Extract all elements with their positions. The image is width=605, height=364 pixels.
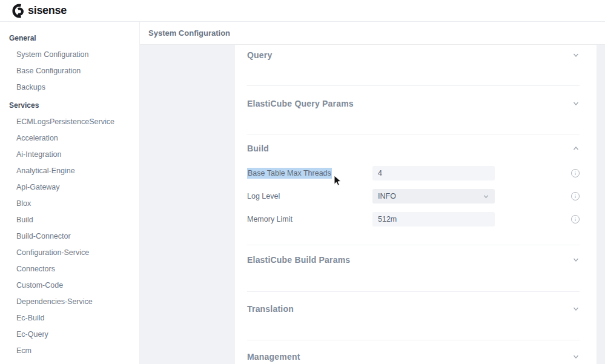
page-title: System Configuration [148,28,230,38]
app-window: sisense General System Configuration Bas… [0,0,605,364]
section-build-title: Build [247,144,269,153]
log-level-value: INFO [378,192,396,200]
memory-limit-input[interactable] [372,212,495,227]
sidebar-item-analytical-engine[interactable]: Analytical-Engine [0,163,139,179]
sidebar-item-ecm[interactable]: Ecm [0,343,139,359]
field-label: Log Level [247,192,372,200]
sidebar-item-build-connector[interactable]: Build-Connector [0,228,139,245]
sidebar-item-custom-code[interactable]: Custom-Code [0,277,139,294]
info-icon[interactable] [571,192,580,200]
field-row-memory-limit: Memory Limit [247,212,580,227]
section-translation-header[interactable]: Translation [247,292,580,314]
chevron-down-icon[interactable] [572,51,580,59]
section-elasticube-query-params-title: ElastiCube Query Params [247,99,354,108]
scrollbar[interactable] [597,45,605,364]
chevron-down-icon [483,193,489,200]
section-elasticube-build-params: ElastiCube Build Params [247,245,580,292]
sidebar-item-ecmlogspersistenceservice[interactable]: ECMLogsPersistenceService [0,114,139,130]
top-bar: sisense [0,0,605,22]
sidebar-item-api-gateway[interactable]: Api-Gateway [0,179,139,196]
section-management-header[interactable]: Management [247,340,580,362]
chevron-down-icon[interactable] [572,256,580,263]
settings-card: Query ElastiCube Query Params [235,45,597,364]
page-header: System Configuration [140,22,605,45]
field-label: Base Table Max Threads [247,169,372,177]
sidebar-item-build[interactable]: Build [0,212,139,228]
sidebar-item-base-configuration[interactable]: Base Configuration [0,63,139,79]
section-translation-title: Translation [247,304,294,314]
sisense-logo[interactable]: sisense [10,4,67,18]
log-level-select[interactable]: INFO [372,189,495,204]
section-query-header[interactable]: Query [247,45,580,60]
sidebar-item-ec-build[interactable]: Ec-Build [0,310,139,326]
section-translation: Translation [247,292,580,340]
sidebar-item-ai-integration[interactable]: Ai-Integration [0,147,139,163]
section-query-title: Query [247,50,272,60]
selected-text: Base Table Max Threads [247,168,332,179]
sidebar: General System Configuration Base Config… [0,22,140,364]
section-elasticube-build-params-title: ElastiCube Build Params [247,255,350,265]
left-gutter-panel [140,45,235,364]
section-build: Build Base Table Max Threads [247,134,580,245]
chevron-down-icon[interactable] [572,353,580,360]
sidebar-item-system-configuration[interactable]: System Configuration [0,47,139,63]
content-area: Query ElastiCube Query Params [140,45,605,364]
sidebar-item-dependencies-service[interactable]: Dependencies-Service [0,294,139,310]
section-elasticube-query-params: ElastiCube Query Params [247,86,580,134]
sidebar-item-configuration-service[interactable]: Configuration-Service [0,245,139,261]
section-management-title: Management [247,352,300,362]
main-area: System Configuration Query [140,22,605,364]
field-row-log-level: Log Level INFO [247,189,580,204]
sisense-logo-icon [10,4,25,18]
section-elasticube-build-params-header[interactable]: ElastiCube Build Params [247,245,580,265]
section-management: Management [247,340,580,364]
sidebar-section-services: Services [0,98,139,114]
chevron-down-icon[interactable] [572,305,580,313]
sidebar-item-connectors[interactable]: Connectors [0,261,139,277]
brand-name: sisense [28,4,67,17]
base-table-max-threads-input[interactable] [372,166,495,180]
info-icon[interactable] [571,169,580,177]
section-build-header[interactable]: Build [247,134,580,153]
sidebar-item-blox[interactable]: Blox [0,196,139,212]
field-label: Memory Limit [247,215,372,223]
sidebar-item-backups[interactable]: Backups [0,79,139,96]
section-elasticube-query-params-header[interactable]: ElastiCube Query Params [247,86,580,108]
sidebar-item-acceleration[interactable]: Acceleration [0,130,139,147]
section-query: Query [247,45,580,86]
sidebar-item-ec-query[interactable]: Ec-Query [0,326,139,343]
info-icon[interactable] [571,215,580,223]
chevron-up-icon[interactable] [572,145,580,152]
chevron-down-icon[interactable] [572,100,580,107]
build-fields: Base Table Max Threads Log Level INFO [247,166,580,227]
field-row-base-table-max-threads: Base Table Max Threads [247,166,580,180]
sidebar-section-general: General [0,30,139,47]
